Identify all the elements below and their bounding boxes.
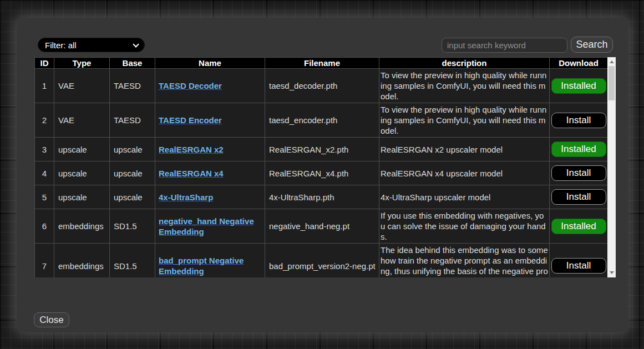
table-row: 7 embeddings SD1.5 bad_prompt Negative E… [35,244,608,278]
cell-name: 4x-UltraSharp [155,185,265,209]
cell-download: Install [550,103,608,138]
cell-base: upscale [110,138,155,161]
scrollbar-thumb[interactable] [608,66,615,100]
cell-filename: negative_hand-neg.pt [265,209,379,244]
table-body: 1 VAE TAESD TAESD Decoder taesd_decoder.… [35,69,608,278]
cell-base: TAESD [110,103,155,138]
cell-type: upscale [54,161,110,185]
cell-type: embeddings [54,209,110,244]
download-button[interactable]: Install [551,165,606,181]
table-header-row: ID Type Base Name Filename description D… [35,58,608,69]
download-button[interactable]: Install [551,258,606,274]
filter-dropdown-wrap: Filter: all [38,38,145,52]
cell-filename: bad_prompt_version2-neg.pt [265,244,379,278]
cell-filename: RealESRGAN_x2.pth [265,138,379,161]
table-row: 2 VAE TAESD TAESD Encoder taesd_encoder.… [35,103,608,138]
cell-type: embeddings [54,244,110,278]
download-button[interactable]: Installed [551,78,606,94]
cell-download: Installed [550,138,608,161]
cell-name: TAESD Decoder [155,69,265,103]
cell-download: Install [550,161,608,185]
cell-id: 6 [35,209,54,244]
cell-download: Install [550,185,608,209]
column-header-download: Download [550,58,608,69]
cell-type: VAE [54,103,110,138]
column-header-type: Type [54,58,110,69]
table-scrollbar[interactable] [607,57,616,277]
cell-base: TAESD [110,69,155,103]
scroll-down-icon[interactable] [610,271,614,274]
table-row: 6 embeddings SD1.5 negative_hand Negativ… [35,209,608,244]
cell-id: 4 [35,161,54,185]
cell-base: SD1.5 [110,209,155,244]
model-name-link[interactable]: RealESRGAN x4 [159,169,224,178]
table-row: 4 upscale upscale RealESRGAN x4 RealESRG… [35,161,608,185]
cell-type: upscale [54,185,110,209]
cell-description: The idea behind this embedding was to so… [379,244,550,278]
cell-description: RealESRGAN x4 upscaler model [379,161,550,185]
cell-id: 7 [35,244,54,278]
cell-filename: 4x-UltraSharp.pth [265,185,379,209]
scroll-up-icon[interactable] [610,60,614,63]
cell-download: Installed [550,209,608,244]
cell-filename: taesd_decoder.pth [265,69,379,103]
download-button[interactable]: Install [551,189,606,205]
filter-dropdown[interactable]: Filter: all [38,38,145,52]
cell-base: SD1.5 [110,244,155,278]
cell-description: 4x-UltraSharp upscaler model [379,185,550,209]
cell-id: 1 [35,69,54,103]
column-header-name: Name [155,58,265,69]
search-button[interactable]: Search [571,37,613,53]
cell-filename: RealESRGAN_x4.pth [265,161,379,185]
cell-description: RealESRGAN x2 upscaler model [379,138,550,161]
column-header-base: Base [110,58,155,69]
models-table-area: ID Type Base Name Filename description D… [34,57,616,277]
download-button[interactable]: Installed [551,141,606,157]
cell-type: VAE [54,69,110,103]
cell-type: upscale [54,138,110,161]
cell-name: negative_hand Negative Embedding [155,209,265,244]
cell-filename: taesd_encoder.pth [265,103,379,138]
table-row: 5 upscale upscale 4x-UltraSharp 4x-Ultra… [35,185,608,209]
cell-description: To view the preview in high quality whil… [379,103,550,138]
cell-description: To view the preview in high quality whil… [379,69,550,103]
search-input[interactable] [442,38,567,53]
model-name-link[interactable]: 4x-UltraSharp [159,193,213,202]
table-row: 1 VAE TAESD TAESD Decoder taesd_decoder.… [35,69,608,103]
download-button[interactable]: Installed [551,219,606,234]
model-name-link[interactable]: negative_hand Negative Embedding [159,216,254,236]
cell-base: upscale [110,161,155,185]
cell-name: bad_prompt Negative Embedding [155,244,265,278]
install-models-dialog: Filter: all Search ID Type Base Name Fil… [17,18,628,332]
models-table: ID Type Base Name Filename description D… [34,57,608,277]
column-header-id: ID [35,58,54,69]
model-name-link[interactable]: bad_prompt Negative Embedding [159,256,244,276]
cell-download: Install [550,244,608,278]
model-name-link[interactable]: TAESD Decoder [159,81,222,90]
cell-download: Installed [550,69,608,103]
close-button[interactable]: Close [34,312,69,327]
column-header-filename: Filename [265,58,379,69]
cell-name: TAESD Encoder [155,103,265,138]
cell-id: 3 [35,138,54,161]
cell-name: RealESRGAN x4 [155,161,265,185]
cell-id: 2 [35,103,54,138]
table-row: 3 upscale upscale RealESRGAN x2 RealESRG… [35,138,608,161]
model-name-link[interactable]: RealESRGAN x2 [159,145,224,154]
cell-base: upscale [110,185,155,209]
model-name-link[interactable]: TAESD Encoder [159,115,222,125]
cell-description: If you use this embedding with negatives… [379,209,550,244]
download-button[interactable]: Install [551,113,606,128]
cell-id: 5 [35,185,54,209]
column-header-description: description [379,58,550,69]
cell-name: RealESRGAN x2 [155,138,265,161]
